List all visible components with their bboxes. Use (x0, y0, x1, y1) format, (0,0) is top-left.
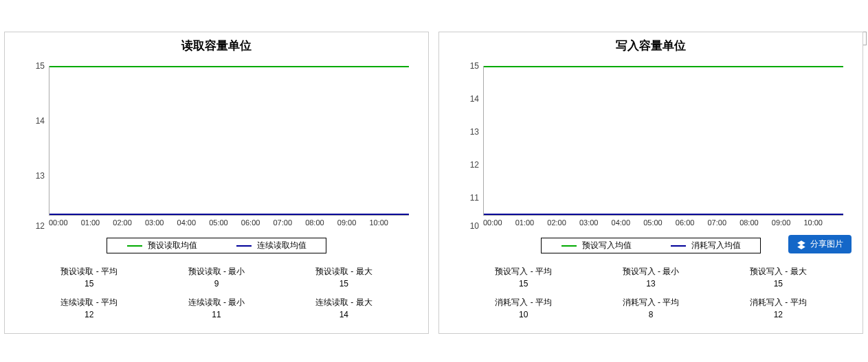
xtick: 09:00 (337, 218, 357, 231)
stat-cell: 预设写入 - 最大15 (715, 266, 842, 289)
xtick: 01:00 (515, 218, 535, 231)
xtick: 08:00 (305, 218, 324, 231)
legend-swatch-icon (671, 245, 686, 247)
x-axis-labels: 00:00 01:00 02:00 03:00 04:00 05:00 06:0… (483, 218, 843, 231)
ytick: 15 (28, 61, 45, 71)
xtick: 02:00 (547, 218, 566, 231)
stat-cell: 消耗写入 - 平均10 (460, 297, 587, 319)
series-line-preset-write (484, 66, 843, 67)
read-capacity-panel: 读取容量单位 15 14 13 12 00:00 01:00 02:00 03:… (4, 32, 429, 334)
stat-cell: 消耗写入 - 平均8 (587, 297, 714, 319)
legend-label: 连续读取均值 (257, 240, 307, 251)
stat-cell: 连续读取 - 最大14 (280, 297, 408, 319)
xtick: 00:00 (483, 218, 502, 231)
plot-area (483, 66, 843, 216)
xtick: 03:00 (579, 218, 599, 231)
stat-cell: 连续读取 - 平均12 (25, 297, 153, 319)
xtick: 04:00 (177, 218, 197, 231)
legend-label: 消耗写入均值 (691, 240, 741, 251)
xtick: 09:00 (772, 218, 791, 231)
x-axis-labels: 00:00 01:00 02:00 03:00 04:00 05:00 06:0… (49, 218, 409, 231)
write-chart: 15 14 13 12 11 10 00:00 01:00 02:00 03:0… (463, 66, 843, 231)
xtick: 06:00 (676, 218, 695, 231)
stat-cell: 预设写入 - 平均15 (460, 266, 587, 289)
stats-grid: 预设写入 - 平均15 预设写入 - 最小13 预设写入 - 最大15 消耗写入… (460, 266, 842, 319)
legend-swatch-icon (236, 245, 252, 247)
panels-row: 读取容量单位 15 14 13 12 00:00 01:00 02:00 03:… (0, 0, 868, 334)
xtick: 06:00 (241, 218, 260, 231)
legend: 预设写入均值 消耗写入均值 (541, 238, 761, 253)
ytick: 11 (463, 193, 479, 203)
legend-item: 消耗写入均值 (651, 238, 760, 253)
xtick: 08:00 (739, 218, 759, 231)
legend-item: 预设写入均值 (542, 238, 651, 253)
write-capacity-panel: 写入容量单位 15 14 13 12 11 10 00:00 01:00 02:… (438, 32, 863, 334)
legend-swatch-icon (561, 245, 577, 247)
legend-item: 预设读取均值 (107, 238, 216, 253)
xtick: 03:00 (145, 218, 164, 231)
legend: 预设读取均值 连续读取均值 (107, 238, 326, 253)
xtick: 05:00 (209, 218, 228, 231)
xtick: 07:00 (273, 218, 292, 231)
ytick: 13 (28, 171, 45, 181)
panel-title: 写入容量单位 (439, 38, 863, 54)
xtick: 00:00 (49, 218, 68, 231)
ytick: 10 (463, 221, 479, 231)
ytick: 14 (28, 116, 45, 126)
ytick: 12 (463, 160, 479, 170)
ytick: 12 (28, 221, 45, 231)
share-image-button[interactable]: 分享图片 (788, 235, 852, 253)
legend-swatch-icon (127, 245, 142, 247)
series-line-consumed-write (484, 214, 843, 215)
panel-title: 读取容量单位 (5, 38, 428, 54)
xtick: 01:00 (81, 218, 100, 231)
stat-cell: 预设读取 - 平均15 (25, 266, 153, 289)
legend-label: 预设写入均值 (582, 240, 632, 251)
series-line-cont-read (49, 214, 409, 215)
xtick: 04:00 (612, 218, 631, 231)
xtick: 10:00 (369, 218, 388, 231)
xtick: 10:00 (803, 218, 823, 231)
xtick: 05:00 (643, 218, 663, 231)
stat-cell: 预设读取 - 最小9 (153, 266, 280, 289)
series-line-preset-read (49, 66, 409, 67)
stat-cell: 连续读取 - 最小11 (153, 297, 280, 319)
plot-area (49, 66, 409, 216)
stat-cell: 消耗写入 - 平均12 (715, 297, 842, 319)
legend-label: 预设读取均值 (148, 240, 197, 251)
read-chart: 15 14 13 12 00:00 01:00 02:00 03:00 04:0… (28, 66, 409, 231)
legend-item: 连续读取均值 (216, 238, 326, 253)
xtick: 07:00 (707, 218, 726, 231)
stat-cell: 预设读取 - 最大15 (280, 266, 408, 289)
layers-icon (797, 240, 806, 249)
ytick: 14 (463, 94, 479, 104)
stat-cell: 预设写入 - 最小13 (587, 266, 714, 289)
xtick: 02:00 (113, 218, 132, 231)
share-button-label: 分享图片 (810, 238, 843, 250)
stats-grid: 预设读取 - 平均15 预设读取 - 最小9 预设读取 - 最大15 连续读取 … (25, 266, 408, 319)
ytick: 13 (463, 127, 479, 137)
ytick: 15 (463, 61, 479, 71)
